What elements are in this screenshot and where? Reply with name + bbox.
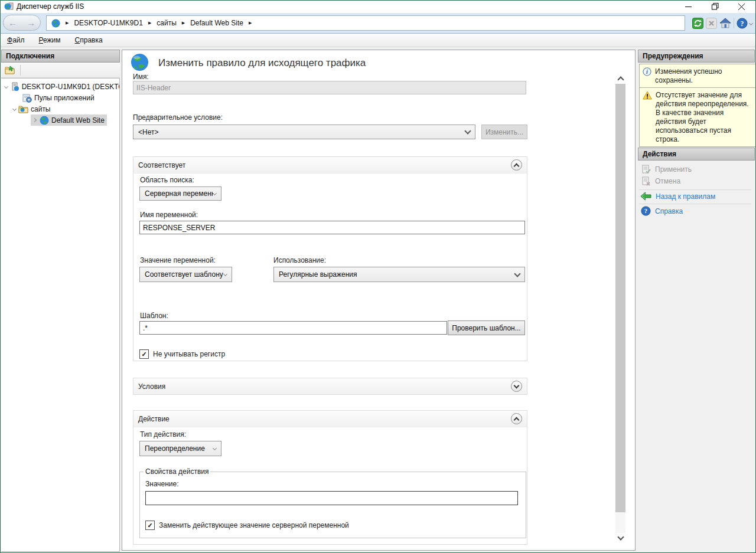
ignore-case-label: Не учитывать регистр [153,350,225,358]
globe-icon [40,116,49,125]
replace-value-checkbox[interactable]: ✓ [145,521,155,530]
variable-name-input[interactable] [139,221,525,234]
address-bar-icons: ? [692,16,752,30]
menu-help[interactable]: Справка [75,36,103,44]
breadcrumb-arrow-icon[interactable]: ▶ [182,21,185,25]
close-button[interactable] [728,0,755,13]
info-icon: i [643,67,651,89]
tree-item-sites[interactable]: сайты [13,103,51,114]
server-icon [10,82,19,91]
back-to-rules-action[interactable]: Назад к правилам [640,192,715,201]
connections-toolbar [1,63,120,78]
breadcrumb-arrow-icon[interactable]: ▶ [148,21,151,25]
tree-item-app-pools[interactable]: Пулы приложений [22,92,94,103]
expand-icon[interactable] [511,381,522,392]
help-circle-icon: ? [641,206,651,216]
match-section: Соответствует Область поиска: Серверная … [133,156,527,361]
breadcrumb-item-sites[interactable]: сайты [157,19,177,27]
alert-warning: Отсутствует значение для действия переоп… [639,87,756,147]
action-properties-group: Свойства действия Значение: ✓ Заменить д… [139,467,526,538]
chevron-down-icon [749,21,753,25]
actions-panel-header: Действия [638,148,755,161]
title-bar: Диспетчер служб IIS [0,0,756,13]
cancel-icon [641,176,651,186]
precondition-label: Предварительное условие: [133,113,223,122]
alerts-panel-header: Предупреждения [638,50,755,63]
globe-icon [51,19,60,28]
menu-view[interactable]: Режим [39,36,61,44]
edit-precondition-button: Изменить... [481,125,527,139]
refresh-icon[interactable] [692,18,703,29]
sites-folder-icon [18,105,28,113]
collapse-icon[interactable] [511,413,522,424]
breadcrumb-item-server[interactable]: DESKTOP-U1MK9D1 [74,19,142,27]
action-value-input[interactable] [145,491,518,505]
scope-select[interactable]: Серверная переменн [139,186,221,201]
connections-panel-header: Подключения [1,50,120,63]
breadcrumb-arrow-icon[interactable]: ▶ [66,21,69,25]
tree-item-server[interactable]: DESKTOP-U1MK9D1 (DESKTOP [5,81,119,92]
match-section-header[interactable]: Соответствует [133,157,527,174]
chevron-down-icon [213,191,217,195]
cancel-action: Отмена [641,176,680,186]
minimize-button[interactable] [675,0,702,13]
feature-globe-icon [131,53,149,74]
warning-icon [643,91,652,143]
conditions-section: Условия [133,378,527,395]
connections-tree: DESKTOP-U1MK9D1 (DESKTOP Пулы приложений… [1,78,120,552]
main-scrollbar[interactable] [615,74,625,543]
variable-name-label: Имя переменной: [140,211,198,219]
action-section-header[interactable]: Действие [133,411,527,427]
collapse-icon[interactable] [511,159,522,171]
expander-expanded-icon[interactable] [4,84,8,89]
page-title: Изменить правило для исходящего трафика [158,57,366,69]
expander-expanded-icon[interactable] [12,107,17,111]
variable-value-select[interactable]: Соответствует шаблону [139,267,232,282]
usage-select[interactable]: Регулярные выражения [273,267,525,282]
back-button[interactable]: ← [8,18,17,28]
variable-value-label: Значение переменной: [140,256,216,264]
name-input [133,81,526,94]
menu-file[interactable]: Файл [7,36,25,44]
app-pools-icon [22,93,32,103]
chevron-down-icon [514,270,520,277]
precondition-select[interactable]: <Нет> [133,125,475,139]
chevron-down-icon [213,446,217,450]
expander-collapsed-icon[interactable] [32,118,37,122]
app-icon [4,2,14,14]
ignore-case-row: ✓ Не учитывать регистр [139,349,225,359]
action-value-label: Значение: [145,480,179,488]
svg-text:?: ? [644,207,647,214]
address-bar: ← → ▶ DESKTOP-U1MK9D1 ▶ сайты ▶ Default … [0,13,756,34]
breadcrumb-arrow-icon[interactable]: ▶ [249,21,252,25]
back-arrow-icon [640,192,651,201]
replace-value-row: ✓ Заменить действующее значение серверно… [145,521,349,530]
name-label: Имя: [133,73,149,81]
scroll-up-button[interactable] [615,74,625,84]
help-action[interactable]: ? Справка [641,206,683,216]
scrollbar-thumb[interactable] [615,84,625,512]
actions-separator [639,189,751,190]
tree-item-default-web-site[interactable]: Default Web Site [31,114,107,126]
test-pattern-button[interactable]: Проверить шаблон... [448,320,525,335]
nav-buttons: ← → [3,15,41,31]
pattern-input[interactable] [139,321,447,335]
action-type-label: Тип действия: [140,430,186,439]
help-icon[interactable]: ? [737,18,752,29]
ignore-case-checkbox[interactable]: ✓ [139,349,149,359]
save-connections-icon[interactable] [5,66,15,74]
home-icon[interactable] [719,18,731,29]
chevron-down-icon [464,127,471,134]
svg-text:?: ? [741,19,744,27]
scroll-down-button[interactable] [615,533,625,543]
restore-button[interactable] [702,0,728,13]
breadcrumb-item-default-web-site[interactable]: Default Web Site [190,19,243,27]
pattern-label: Шаблон: [140,312,168,320]
forward-button[interactable]: → [27,18,35,28]
svg-text:i: i [646,68,648,75]
chevron-down-icon [223,271,227,276]
conditions-section-header[interactable]: Условия [133,378,527,394]
apply-icon [641,165,651,174]
toolbar-separator [20,65,21,76]
action-type-select[interactable]: Переопределение [139,441,221,456]
